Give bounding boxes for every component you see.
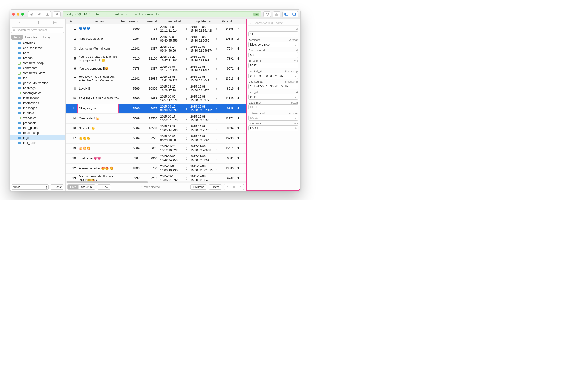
cell-comment[interactable]: 👏👏👏 — [78, 134, 119, 143]
cell-updated-at[interactable]: 2015-12-0815:30:52.3685…▴▾ — [189, 64, 219, 74]
cell-created-at[interactable]: 2015-08-0513:42:04.459▴▾ — [159, 154, 189, 163]
cell-from-user[interactable]: 12141 — [119, 74, 141, 84]
cell-item-id[interactable]: 7034 — [219, 44, 235, 54]
cell-to-user[interactable]: 7225 — [141, 134, 159, 143]
commit-button[interactable] — [43, 11, 51, 17]
cell-from-user[interactable]: 7910 — [119, 54, 141, 64]
column-header-comment[interactable]: comment — [78, 19, 119, 24]
cell-extra[interactable]: N — [235, 104, 240, 114]
minimize-window-button[interactable] — [17, 13, 20, 16]
sidebar-item-installations[interactable]: installations — [10, 96, 65, 100]
cell-item-id[interactable]: 13586 — [219, 164, 235, 173]
cell-id[interactable]: 19 — [66, 144, 78, 153]
column-header-id[interactable]: id — [66, 19, 78, 24]
cell-id[interactable]: 20 — [66, 154, 78, 163]
table-row[interactable]: 10$2a$10$HZLN88PNuWWi4ZuS91lb8dR98Ijt0kb… — [66, 94, 246, 104]
cell-updated-at[interactable]: 2015-12-0815:30:52.572182▴▾ — [189, 104, 219, 114]
cell-created-at[interactable]: 2015-09-1908:38:24.337▴▾ — [159, 104, 189, 114]
cell-id[interactable]: 5 — [66, 54, 78, 64]
cell-comment[interactable]: Great video! 💥 — [78, 114, 119, 123]
table-row[interactable]: 11Nice, very nice556950272015-09-1908:38… — [66, 104, 246, 114]
table-row[interactable]: 20That jacket💗💗736499402015-08-0513:42:0… — [66, 154, 246, 164]
field-value-input[interactable]: Nice, very nice⌄ — [248, 42, 298, 47]
sidebar-tab-favorites[interactable]: Favorites — [23, 35, 39, 40]
cell-to-user[interactable]: 1317 — [141, 64, 159, 74]
sidebar-tab-history[interactable]: History — [40, 35, 53, 40]
settings-gear-button[interactable] — [231, 184, 237, 190]
cell-created-at[interactable]: 2015-11-2410:12:39.322▴▾ — [159, 144, 189, 153]
structure-tab[interactable]: Structure — [78, 185, 95, 190]
sidebar-item-mutuals[interactable]: mutuals — [10, 110, 65, 116]
cell-to-user[interactable]: 10806 — [141, 84, 159, 94]
cell-extra[interactable]: N — [235, 154, 240, 163]
cell-updated-at[interactable]: 2015-12-0815:30:52.90068▴▾ — [189, 144, 219, 153]
toggle-left-panel-button[interactable] — [283, 11, 290, 17]
cell-comment[interactable]: So cool ! 👏 — [78, 124, 119, 134]
cell-updated-at[interactable]: 2015-12-0815:30:52.7526…▴▾ — [189, 124, 219, 134]
sidebar-item-hashtags[interactable]: hashtags — [10, 85, 65, 91]
table-row[interactable]: 7Hey lovely! You should def. enter the C… — [66, 74, 246, 84]
cell-to-user[interactable]: 5665 — [141, 144, 159, 153]
cell-to-user[interactable]: 7237 — [141, 174, 159, 181]
cell-extra[interactable]: N — [235, 174, 240, 181]
zoom-window-button[interactable] — [21, 13, 24, 16]
cell-item-id[interactable]: 10338 — [219, 34, 235, 44]
cell-updated-at[interactable]: 2015-12-0815:30:52.6796…▴▾ — [189, 114, 219, 123]
cell-comment[interactable]: Lovely!!! — [78, 84, 119, 94]
column-header-extra[interactable] — [235, 19, 240, 24]
cell-item-id[interactable]: 9071 — [219, 64, 235, 74]
table-row[interactable]: 22Awesome jacket 😍😍 😍830357302015-11-031… — [66, 164, 246, 174]
columns-button[interactable]: Columns — [190, 184, 207, 190]
field-value-input[interactable]: 2015-12-08 15:30:52.572182⌄ — [248, 84, 298, 89]
table-row[interactable]: 5You're so pretty, this is a nice ni gor… — [66, 54, 246, 64]
cell-item-id[interactable]: 13213 — [219, 74, 235, 84]
cell-id[interactable]: 2 — [66, 34, 78, 44]
field-value-input[interactable]: 5027⌄ — [248, 63, 298, 68]
cell-id[interactable]: 11 — [66, 104, 78, 114]
sidebar-item-comments_view[interactable]: comments_view — [10, 71, 65, 76]
cell-item-id[interactable]: 9262 — [219, 174, 235, 181]
cell-extra[interactable]: N — [235, 74, 240, 84]
field-value-input[interactable]: 2015-09-19 08:38:24.337⌄ — [248, 73, 298, 79]
sidebar-tab-items[interactable]: Items — [11, 35, 23, 40]
cell-extra[interactable]: N — [235, 54, 240, 64]
sidebar-item-goose_db_version[interactable]: goose_db_version — [10, 80, 65, 85]
sidebar-item-comment_snap[interactable]: comment_snap — [10, 60, 65, 66]
column-header-to-user[interactable]: to_user_id — [141, 19, 159, 24]
cell-to-user[interactable]: 9940 — [141, 154, 159, 163]
table-row[interactable]: 17👏👏👏556972252015-10-0206:23:38.884▴▾201… — [66, 134, 246, 144]
cell-updated-at[interactable]: 2015-12-0815:30:52.2055…▴▾ — [189, 34, 219, 44]
cell-updated-at[interactable]: 2015-12-0815:30:52.8064…▴▾ — [189, 134, 219, 143]
cell-to-user[interactable]: 5730 — [141, 164, 159, 173]
field-value-input[interactable]: 9848⌄ — [248, 94, 298, 100]
cell-created-at[interactable]: 2015-08-1409:34:56.96▴▾ — [159, 44, 189, 54]
cell-updated-at[interactable]: 2015-12-0815:30:52.9354…▴▾ — [189, 154, 219, 163]
cell-comment[interactable]: That jacket💗💗 — [78, 154, 119, 163]
cell-extra[interactable]: P — [235, 24, 240, 34]
cell-id[interactable]: 17 — [66, 134, 78, 143]
cell-from-user[interactable]: 5569 — [119, 94, 141, 103]
cell-comment[interactable]: Hey lovely! You should def. enter the Ch… — [78, 74, 119, 84]
sidebar-item-test_table[interactable]: test_table — [10, 140, 65, 145]
filters-button[interactable]: Filters — [209, 184, 222, 190]
cell-created-at[interactable]: 2015-09-0722:14:12.826▴▾ — [159, 64, 189, 74]
cell-comment[interactable]: 💥💥💥 — [78, 144, 119, 153]
cell-item-id[interactable]: 10933 — [219, 134, 235, 143]
close-window-button[interactable] — [12, 13, 15, 16]
table-row[interactable]: 6You are gorgeous !!😍717813172015-09-072… — [66, 64, 246, 74]
horizontal-scrollbar[interactable] — [66, 181, 246, 183]
cell-id[interactable]: 16 — [66, 124, 78, 134]
sql-icon[interactable]: SQL — [53, 21, 58, 24]
cell-created-at[interactable]: 2015-10-0206:23:38.884▴▾ — [159, 134, 189, 143]
cell-from-user[interactable]: 5569 — [119, 104, 141, 114]
cell-from-user[interactable]: 1654 — [119, 34, 141, 44]
cell-updated-at[interactable]: 2015-12-0815:30:52.5372…▴▾ — [189, 94, 219, 103]
sidebar-item-hashtagviews[interactable]: hashtagviews — [10, 91, 65, 96]
add-table-button[interactable]: + Table — [50, 184, 64, 190]
table-row[interactable]: 8Lovely!!!5569108062015-08-2618:28:47.20… — [66, 84, 246, 94]
cell-created-at[interactable]: 2015-08-2919:47:41.801▴▾ — [159, 54, 189, 64]
cell-item-id[interactable]: 8339 — [219, 124, 235, 134]
cell-item-id[interactable]: 8216 — [219, 84, 235, 94]
cell-created-at[interactable]: 2015-12-0112:41:28.722▴▾ — [159, 74, 189, 84]
cell-extra[interactable]: N — [235, 114, 240, 123]
